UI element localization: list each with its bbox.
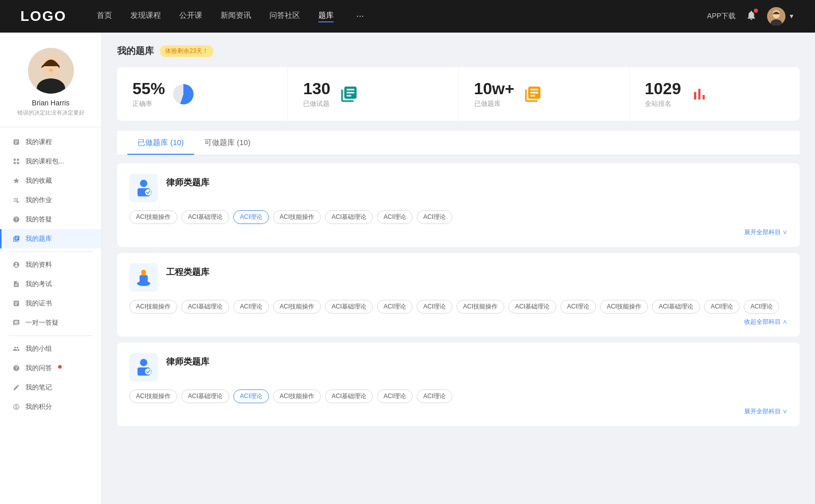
sidebar-label: 我的答疑 bbox=[25, 215, 52, 224]
sidebar-item-group[interactable]: 我的小组 bbox=[0, 339, 101, 358]
profile-icon bbox=[12, 261, 20, 269]
nav-item-news[interactable]: 新闻资讯 bbox=[221, 11, 251, 22]
qbank-tag[interactable]: ACI技能操作 bbox=[129, 300, 177, 314]
qbank-tag[interactable]: ACI理论 bbox=[233, 300, 269, 314]
sidebar-label: 我的问答 bbox=[25, 363, 52, 373]
sidebar-item-course-pkg[interactable]: 我的课程包... bbox=[0, 152, 101, 171]
sidebar-item-my-qa[interactable]: 我的问答 bbox=[0, 358, 101, 378]
qbank-tag[interactable]: ACI理论 bbox=[744, 300, 779, 314]
stat-label-accuracy: 正确率 bbox=[132, 99, 165, 108]
banks-done-icon bbox=[523, 84, 543, 104]
qbank-tag[interactable]: ACI技能操作 bbox=[273, 389, 321, 403]
qbank-tag[interactable]: ACI技能操作 bbox=[273, 210, 321, 224]
stats-row: 55% 正确率 130 已做试题 10w+ bbox=[117, 67, 800, 121]
sidebar-item-oneone-qa[interactable]: 一对一答疑 bbox=[0, 313, 101, 332]
sidebar-label: 我的课程 bbox=[25, 137, 52, 147]
qbank-tags-2: ACI技能操作 ACI基础理论 ACI理论 ACI技能操作 ACI基础理论 AC… bbox=[129, 300, 787, 314]
stat-text: 10w+ 已做题库 bbox=[474, 79, 514, 108]
sidebar-item-profile[interactable]: 我的资料 bbox=[0, 255, 101, 274]
sidebar-item-qbank[interactable]: 我的题库 bbox=[0, 229, 101, 248]
qbank-card-engineering: 工程类题库 ACI技能操作 ACI基础理论 ACI理论 ACI技能操作 ACI基… bbox=[117, 253, 800, 337]
nav-item-qbank[interactable]: 题库 bbox=[318, 11, 334, 22]
qbank-tag[interactable]: ACI基础理论 bbox=[181, 389, 229, 403]
qbank-tag[interactable]: ACI技能操作 bbox=[600, 300, 648, 314]
nav-item-discover[interactable]: 发现课程 bbox=[130, 11, 161, 22]
profile-avatar bbox=[28, 48, 74, 94]
qbank-tag[interactable]: ACI理论 bbox=[417, 300, 452, 314]
stat-value-accuracy: 55% bbox=[132, 79, 165, 98]
nav-more-icon[interactable]: ··· bbox=[356, 11, 364, 22]
certificate-icon bbox=[12, 299, 20, 307]
nav-item-opencourse[interactable]: 公开课 bbox=[179, 11, 202, 22]
stat-site-rank: 1029 全站排名 bbox=[630, 67, 800, 121]
sidebar-label: 我的资料 bbox=[25, 260, 52, 269]
qbank-icon-lawyer2 bbox=[129, 353, 158, 381]
stat-value-questions: 130 bbox=[303, 79, 330, 98]
profile-motto: 错误的决定比没有决定要好 bbox=[17, 109, 85, 117]
stat-value-banks: 10w+ bbox=[474, 79, 514, 98]
tab-done-qbanks[interactable]: 已做题库 (10) bbox=[127, 131, 194, 155]
profile-section: Brian Harris 错误的决定比没有决定要好 bbox=[0, 48, 101, 127]
qbank-tags-3: ACI技能操作 ACI基础理论 ACI理论 ACI技能操作 ACI基础理论 AC… bbox=[129, 389, 787, 403]
nav-item-home[interactable]: 首页 bbox=[97, 11, 112, 22]
qbank-tag[interactable]: ACI理论 bbox=[377, 389, 413, 403]
stat-label-questions: 已做试题 bbox=[303, 99, 330, 108]
qbank-tag[interactable]: ACI技能操作 bbox=[129, 389, 177, 403]
qbank-tag[interactable]: ACI基础理论 bbox=[325, 300, 373, 314]
qbank-tag[interactable]: ACI技能操作 bbox=[129, 210, 177, 224]
qbank-tag[interactable]: ACI基础理论 bbox=[325, 210, 373, 224]
qbank-tag[interactable]: ACI技能操作 bbox=[273, 300, 321, 314]
expand-button-1[interactable]: 展开全部科目 ∨ bbox=[129, 228, 787, 237]
sidebar-item-qa[interactable]: 我的答疑 bbox=[0, 210, 101, 229]
stat-text: 1029 全站排名 bbox=[645, 79, 681, 108]
qbank-card-lawyer-1: 律师类题库 ACI技能操作 ACI基础理论 ACI理论 ACI技能操作 ACI基… bbox=[117, 163, 800, 247]
qbank-info: 律师类题库 bbox=[166, 174, 209, 188]
stat-label-rank: 全站排名 bbox=[645, 99, 681, 108]
qbank-tag[interactable]: ACI基础理论 bbox=[652, 300, 700, 314]
qbank-tag[interactable]: ACI理论 bbox=[417, 210, 452, 224]
sidebar-item-certificate[interactable]: 我的证书 bbox=[0, 294, 101, 313]
sidebar-item-favorites[interactable]: 我的收藏 bbox=[0, 171, 101, 190]
app-download-button[interactable]: APP下载 bbox=[707, 12, 736, 21]
sidebar-item-homework[interactable]: 我的作业 bbox=[0, 190, 101, 210]
sidebar-label: 我的积分 bbox=[25, 402, 52, 411]
stat-banks-done: 10w+ 已做题库 bbox=[459, 67, 630, 121]
sidebar-label: 我的题库 bbox=[25, 234, 52, 243]
sidebar-item-points[interactable]: 我的积分 bbox=[0, 397, 101, 416]
notification-bell[interactable] bbox=[746, 10, 757, 23]
notification-dot bbox=[754, 9, 758, 13]
expand-button-3[interactable]: 展开全部科目 ∨ bbox=[129, 407, 787, 416]
qbank-tag[interactable]: ACI理论 bbox=[417, 389, 452, 403]
sidebar-label: 我的笔记 bbox=[25, 383, 52, 392]
sidebar-label: 我的小组 bbox=[25, 344, 52, 353]
qbank-tag[interactable]: ACI理论 bbox=[704, 300, 740, 314]
sidebar-item-exam[interactable]: 我的考试 bbox=[0, 274, 101, 294]
expand-button-2[interactable]: 收起全部科目 ∧ bbox=[129, 318, 787, 326]
qbank-tag-active[interactable]: ACI理论 bbox=[233, 389, 269, 403]
notes-icon bbox=[12, 383, 20, 391]
qbank-tag[interactable]: ACI基础理论 bbox=[325, 389, 373, 403]
sidebar-item-notes[interactable]: 我的笔记 bbox=[0, 378, 101, 397]
sidebar-label: 我的考试 bbox=[25, 279, 52, 289]
qbank-icon-engineer bbox=[129, 263, 158, 292]
nav-item-qa[interactable]: 问答社区 bbox=[269, 11, 300, 22]
qbank-tag[interactable]: ACI理论 bbox=[560, 300, 596, 314]
qbank-tag[interactable]: ACI理论 bbox=[377, 210, 413, 224]
stat-text: 130 已做试题 bbox=[303, 79, 330, 108]
qbank-tag[interactable]: ACI理论 bbox=[377, 300, 413, 314]
sidebar-item-my-course[interactable]: 我的课程 bbox=[0, 132, 101, 152]
qbank-tag[interactable]: ACI基础理论 bbox=[181, 300, 229, 314]
logo[interactable]: LOGO bbox=[20, 8, 66, 24]
qbank-info: 律师类题库 bbox=[166, 353, 209, 368]
sidebar-divider bbox=[8, 251, 93, 252]
qbank-tag[interactable]: ACI技能操作 bbox=[456, 300, 504, 314]
tab-available-qbanks[interactable]: 可做题库 (10) bbox=[194, 131, 261, 155]
user-avatar-menu[interactable]: ▼ bbox=[767, 7, 795, 25]
main-content: 我的题库 体验剩余23天！ 55% 正确率 130 已做试题 bbox=[102, 33, 815, 504]
homework-icon bbox=[12, 196, 20, 204]
qbank-tag[interactable]: ACI基础理论 bbox=[508, 300, 556, 314]
qbank-tag[interactable]: ACI基础理论 bbox=[181, 210, 229, 224]
qbank-tag-active[interactable]: ACI理论 bbox=[233, 210, 269, 224]
qbank-card-lawyer-2: 律师类题库 ACI技能操作 ACI基础理论 ACI理论 ACI技能操作 ACI基… bbox=[117, 343, 800, 426]
stat-value-rank: 1029 bbox=[645, 79, 681, 98]
